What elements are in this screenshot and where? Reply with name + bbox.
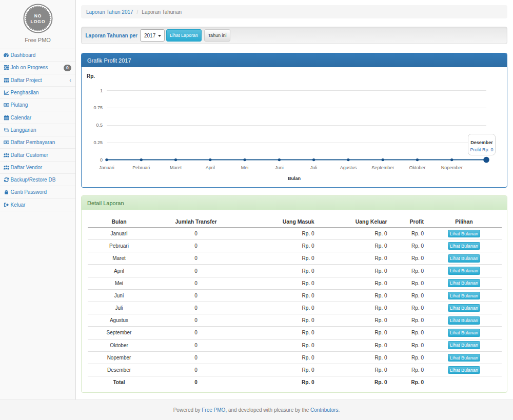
svg-text:Profit Rp: 0: Profit Rp: 0 [470,147,493,152]
svg-text:0: 0 [100,157,103,163]
svg-text:0.25: 0.25 [93,140,103,145]
svg-text:1: 1 [100,88,103,93]
svg-text:Rp.: Rp. [87,73,95,79]
svg-text:Mei: Mei [241,165,249,170]
svg-text:0.5: 0.5 [96,123,103,128]
svg-text:Bulan: Bulan [288,176,301,181]
svg-text:Maret: Maret [170,165,182,170]
svg-text:0.75: 0.75 [93,105,103,110]
svg-text:LOGO: LOGO [30,19,45,24]
svg-text:Agustus: Agustus [340,165,357,170]
svg-text:Januari: Januari [99,165,114,170]
svg-text:NO: NO [34,13,42,18]
svg-text:Juni: Juni [275,165,284,170]
svg-text:Juli: Juli [310,165,318,170]
svg-text:Nopember: Nopember [441,165,463,170]
svg-text:Oktober: Oktober [409,165,425,170]
svg-text:April: April [206,165,215,170]
svg-text:September: September [371,165,394,170]
svg-text:Pebruari: Pebruari [132,165,150,170]
svg-text:Desember: Desember [470,140,493,145]
